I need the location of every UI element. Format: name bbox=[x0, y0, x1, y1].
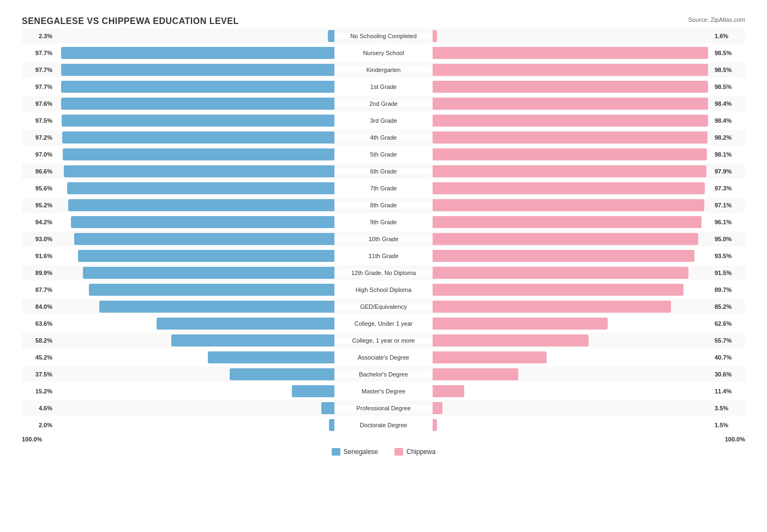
right-bar-wrap bbox=[433, 182, 712, 194]
right-bar-wrap bbox=[433, 351, 712, 363]
right-bar-wrap bbox=[433, 81, 712, 93]
center-label: 7th Grade bbox=[334, 185, 433, 192]
right-value: 1.6% bbox=[712, 33, 745, 39]
left-value: 95.2% bbox=[22, 202, 55, 208]
right-value: 98.1% bbox=[712, 151, 745, 158]
left-bar-wrap bbox=[55, 351, 334, 363]
left-bar bbox=[230, 368, 334, 380]
right-bar-wrap bbox=[433, 148, 712, 160]
left-value: 95.6% bbox=[22, 185, 55, 192]
chart-title: SENEGALESE VS CHIPPEWA EDUCATION LEVEL bbox=[22, 16, 239, 26]
left-value: 93.0% bbox=[22, 236, 55, 242]
bar-row: 95.6% 7th Grade 97.3% bbox=[22, 181, 745, 196]
row-inner: 2.3% No Schooling Completed 1.6% bbox=[22, 28, 745, 44]
right-value: 62.6% bbox=[712, 320, 745, 327]
right-value: 89.7% bbox=[712, 286, 745, 293]
row-inner: 45.2% Associate's Degree 40.7% bbox=[22, 350, 745, 365]
left-bar bbox=[74, 233, 334, 245]
right-value: 3.5% bbox=[712, 405, 745, 411]
right-bar bbox=[433, 199, 704, 211]
left-value: 91.6% bbox=[22, 253, 55, 259]
row-inner: 97.2% 4th Grade 98.2% bbox=[22, 130, 745, 145]
center-label: 9th Grade bbox=[334, 219, 433, 225]
bar-row: 63.6% College, Under 1 year 62.6% bbox=[22, 316, 745, 331]
row-inner: 96.6% 6th Grade 97.9% bbox=[22, 164, 745, 179]
left-bar-wrap bbox=[55, 301, 334, 313]
left-bar bbox=[61, 81, 334, 93]
right-bar bbox=[433, 267, 688, 279]
right-value: 40.7% bbox=[712, 354, 745, 361]
row-inner: 97.7% Kindergarten 98.5% bbox=[22, 62, 745, 77]
center-label: Master's Degree bbox=[334, 388, 433, 394]
center-label: Professional Degree bbox=[334, 405, 433, 411]
bar-row: 93.0% 10th Grade 95.0% bbox=[22, 231, 745, 247]
chart-area: 2.3% No Schooling Completed 1.6% 97.7% N… bbox=[22, 28, 745, 433]
bar-row: 97.7% Nursery School 98.5% bbox=[22, 45, 745, 61]
row-inner: 97.6% 2nd Grade 98.4% bbox=[22, 96, 745, 111]
left-value: 94.2% bbox=[22, 219, 55, 225]
right-value: 1.5% bbox=[712, 422, 745, 428]
bar-row: 87.7% High School Diploma 89.7% bbox=[22, 282, 745, 297]
center-label: Associate's Degree bbox=[334, 354, 433, 361]
right-bar bbox=[433, 30, 437, 42]
left-value: 89.9% bbox=[22, 270, 55, 276]
center-label: 11th Grade bbox=[334, 253, 433, 259]
row-inner: 63.6% College, Under 1 year 62.6% bbox=[22, 316, 745, 331]
right-value: 96.1% bbox=[712, 219, 745, 225]
center-label: 12th Grade, No Diploma bbox=[334, 270, 433, 276]
right-value: 97.9% bbox=[712, 168, 745, 175]
right-bar bbox=[433, 301, 671, 313]
left-value: 96.6% bbox=[22, 168, 55, 175]
center-label: 8th Grade bbox=[334, 202, 433, 208]
bar-row: 58.2% College, 1 year or more 55.7% bbox=[22, 333, 745, 348]
right-bar bbox=[433, 64, 708, 76]
left-value: 97.0% bbox=[22, 151, 55, 158]
right-bar-wrap bbox=[433, 115, 712, 127]
right-value: 98.2% bbox=[712, 134, 745, 141]
left-bar bbox=[61, 98, 334, 110]
center-label: College, 1 year or more bbox=[334, 337, 433, 344]
right-bar bbox=[433, 385, 464, 397]
row-inner: 58.2% College, 1 year or more 55.7% bbox=[22, 333, 745, 348]
row-inner: 4.6% Professional Degree 3.5% bbox=[22, 401, 745, 416]
bar-row: 4.6% Professional Degree 3.5% bbox=[22, 401, 745, 416]
bar-row: 91.6% 11th Grade 93.5% bbox=[22, 248, 745, 264]
left-bar-wrap bbox=[55, 81, 334, 93]
row-inner: 87.7% High School Diploma 89.7% bbox=[22, 282, 745, 297]
bar-row: 84.0% GED/Equivalency 85.2% bbox=[22, 299, 745, 314]
right-bar-wrap bbox=[433, 233, 712, 245]
left-value: 45.2% bbox=[22, 354, 55, 361]
chippewa-color-swatch bbox=[394, 448, 403, 456]
right-bar bbox=[433, 334, 589, 346]
right-bar-wrap bbox=[433, 385, 712, 397]
left-bar-wrap bbox=[55, 47, 334, 59]
left-bar-wrap bbox=[55, 148, 334, 160]
footer-row: 100.0% 100.0% bbox=[22, 436, 745, 443]
right-bar bbox=[433, 318, 608, 330]
right-bar-wrap bbox=[433, 250, 712, 262]
left-value: 2.3% bbox=[22, 33, 55, 39]
legend-senegalese: Senegalese bbox=[332, 448, 378, 456]
left-bar bbox=[68, 199, 334, 211]
row-inner: 95.6% 7th Grade 97.3% bbox=[22, 181, 745, 196]
right-bar bbox=[433, 351, 547, 363]
right-bar bbox=[433, 250, 694, 262]
left-bar-wrap bbox=[55, 334, 334, 346]
left-bar bbox=[328, 30, 334, 42]
center-label: Nursery School bbox=[334, 50, 433, 56]
center-label: 6th Grade bbox=[334, 168, 433, 175]
center-label: High School Diploma bbox=[334, 286, 433, 293]
center-label: GED/Equivalency bbox=[334, 303, 433, 310]
center-label: 2nd Grade bbox=[334, 100, 433, 107]
row-inner: 37.5% Bachelor's Degree 30.6% bbox=[22, 367, 745, 382]
right-bar bbox=[433, 182, 705, 194]
center-label: 3rd Grade bbox=[334, 117, 433, 124]
right-bar-wrap bbox=[433, 368, 712, 380]
right-bar-wrap bbox=[433, 165, 712, 177]
left-value: 87.7% bbox=[22, 286, 55, 293]
left-bar bbox=[321, 402, 334, 414]
right-bar bbox=[433, 81, 708, 93]
right-value: 98.4% bbox=[712, 100, 745, 107]
left-bar bbox=[157, 318, 334, 330]
right-bar bbox=[433, 115, 708, 127]
